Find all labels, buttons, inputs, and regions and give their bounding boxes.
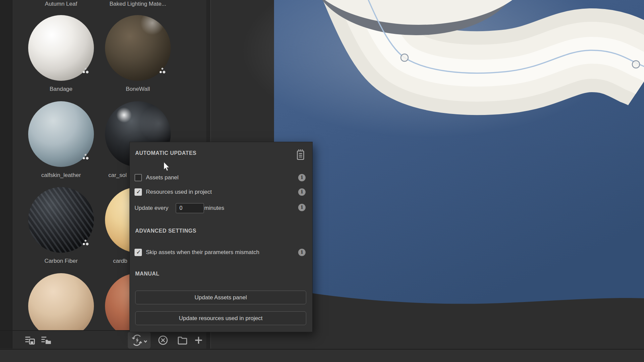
assets-panel-checkbox[interactable] [135,174,142,181]
material-type-badge-icon [82,154,90,160]
assets-panel-toolbar [0,330,211,349]
update-resources-button[interactable]: Update resources used in project [135,311,306,325]
material-label[interactable]: Carbon Fiber [24,258,98,264]
spline-control-point[interactable] [401,54,408,61]
info-icon[interactable] [298,174,306,181]
material-label[interactable]: Baked Lighting Mate... [101,1,175,7]
info-icon[interactable] [298,204,306,211]
material-tile-bandage[interactable] [28,15,94,81]
sync-refresh-icon[interactable] [130,335,148,346]
new-file-icon[interactable] [177,335,188,346]
advanced-settings-title: ADVANCED SETTINGS [135,228,196,234]
info-icon[interactable] [298,249,306,256]
mouse-cursor [162,162,172,174]
material-tile-bonewall[interactable] [105,15,171,81]
minutes-label: minutes [204,205,224,212]
checkbox-label: Skip assets when their parameters mismat… [146,249,259,256]
material-label[interactable]: Bandage [24,86,98,93]
update-interval-input[interactable] [176,203,204,213]
notepad-icon[interactable] [294,148,307,163]
popup-title: AUTOMATIC UPDATES [135,150,197,156]
skip-assets-checkbox[interactable] [135,249,142,256]
material-label[interactable]: Autumn Leaf [24,1,98,7]
status-strip [0,349,644,362]
material-tile-carbon-fiber[interactable] [28,187,94,253]
material-tile-stucco[interactable] [28,273,94,330]
material-type-badge-icon [82,67,90,74]
update-assets-panel-button[interactable]: Update Assets panel [135,291,306,304]
automatic-updates-popup: AUTOMATIC UPDATES Assets panel Resources… [129,142,313,332]
material-label[interactable]: calfskin_leather [24,172,98,179]
material-sphere [28,273,94,330]
application-window: Autumn Leaf Baked Lighting Mate... Banda… [0,0,644,362]
material-label[interactable]: BoneWall [101,86,175,93]
info-icon[interactable] [298,188,306,196]
list-save-icon[interactable] [24,335,36,346]
left-dock-rail [0,0,12,349]
checkbox-label: Assets panel [146,174,178,181]
cancel-sync-icon[interactable] [157,335,169,346]
material-type-badge-icon [82,239,90,246]
add-icon[interactable] [193,335,204,346]
material-tile-calfskin-leather[interactable] [28,101,94,167]
resources-checkbox[interactable] [135,188,142,196]
spline-control-point[interactable] [632,61,640,68]
list-folder-icon[interactable] [40,335,52,346]
material-type-badge-icon [159,67,167,74]
update-every-label: Update every [135,205,168,212]
checkbox-label: Resources used in project [146,189,212,195]
manual-title: MANUAL [135,271,159,277]
